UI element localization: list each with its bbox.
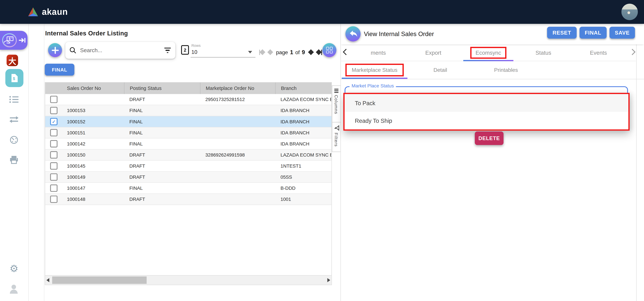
header-checkbox-cell	[45, 82, 62, 94]
dai-app-icon[interactable]: 大	[6, 55, 18, 66]
column-header-sales-order-no[interactable]: Sales Order No	[62, 82, 124, 94]
cash-payment-badge-icon[interactable]: $	[0, 31, 28, 50]
swap-arrows-icon[interactable]	[8, 114, 19, 125]
billing-doc-icon[interactable]: $	[5, 69, 24, 87]
row-checkbox[interactable]	[50, 107, 58, 114]
back-arrow-icon	[348, 28, 358, 39]
cell-posting_status: DRAFT	[124, 152, 200, 157]
tab-label: Events	[590, 50, 607, 56]
cell-sales_order_no: 1000151	[62, 130, 124, 135]
tabs-scroll-left-icon[interactable]	[343, 49, 349, 55]
grid-view-button[interactable]	[322, 43, 336, 57]
table-row[interactable]: 1000148DRAFT1001	[45, 194, 331, 205]
subtab-printables[interactable]: Printables	[473, 61, 539, 79]
cell-posting_status: FINAL	[124, 141, 200, 146]
cell-posting_status: DRAFT	[124, 175, 200, 180]
row-checkbox-cell	[45, 162, 62, 170]
tab-ecomsync[interactable]: Ecomsync	[461, 44, 516, 61]
cell-branch: IDA BRANCH	[275, 130, 332, 135]
scrollbar-thumb[interactable]	[52, 276, 146, 284]
save-button[interactable]: SAVE	[610, 27, 635, 38]
cell-branch: 1001	[275, 197, 332, 202]
row-checkbox-cell	[45, 140, 62, 148]
last-page-button[interactable]	[316, 50, 322, 55]
user-avatar[interactable]	[621, 4, 638, 20]
column-header-branch[interactable]: Branch	[275, 82, 332, 94]
rows-per-page-select[interactable]: Rows 10	[190, 44, 256, 58]
row-checkbox-cell	[45, 107, 62, 114]
tab-status[interactable]: Status	[516, 44, 571, 61]
option-to-pack[interactable]: To Pack	[344, 94, 628, 112]
panel-toolbar: View Internal Sales Order RESETFINALSAVE	[341, 24, 644, 44]
columns-icon	[334, 89, 338, 93]
funnel-icon	[334, 125, 339, 131]
cell-sales_order_no: 1000150	[62, 152, 124, 157]
sales-order-listing: Internal Sales Order Listing 2 Rows 10	[44, 24, 341, 301]
row-checkbox[interactable]	[50, 151, 58, 158]
page-title: Internal Sales Order Listing	[45, 30, 128, 36]
subtab-detail[interactable]: Detail	[408, 61, 473, 79]
final-button-listing[interactable]: FINAL	[45, 64, 74, 76]
table-row[interactable]: 1000145DRAFT1NTEST1	[45, 160, 331, 172]
row-checkbox[interactable]	[50, 118, 58, 125]
subtab-marketplace-status[interactable]: Marketplace Status	[342, 61, 408, 79]
table-row[interactable]: 1000150DRAFT328692624991598LAZADA ECOM S…	[45, 150, 331, 160]
table-body: DRAFT295017325281512LAZADA ECOM SYNC BRA…	[45, 94, 331, 205]
row-checkbox[interactable]	[50, 129, 58, 136]
table-row[interactable]: 1000142FINALIDA BRANCH	[45, 138, 331, 150]
row-checkbox[interactable]	[50, 196, 58, 203]
delete-button[interactable]: DELETE	[475, 131, 504, 145]
row-checkbox[interactable]	[50, 173, 58, 181]
next-page-button[interactable]	[309, 50, 313, 54]
row-checkbox[interactable]	[50, 140, 58, 148]
prev-page-button[interactable]	[268, 50, 272, 54]
grid-icon	[326, 47, 333, 53]
back-button[interactable]	[346, 26, 361, 42]
profile-icon[interactable]	[8, 284, 19, 294]
reset-button[interactable]: RESET	[547, 27, 576, 38]
panel-subtabs: Marketplace StatusDetailPrintables	[342, 61, 539, 79]
table-row[interactable]: 1000151FINALIDA BRANCH	[45, 127, 331, 138]
tab-label: Ecomsync	[470, 47, 506, 58]
row-checkbox[interactable]	[50, 96, 58, 103]
panel-scrollbar[interactable]	[636, 44, 636, 301]
brand-name: akaun	[42, 7, 68, 17]
tabs-scroll-right-icon[interactable]	[629, 49, 636, 55]
settings-gear-icon[interactable]: ⚙	[8, 263, 19, 274]
tab-label: ments	[371, 50, 386, 56]
subtab-label: Printables	[494, 67, 518, 73]
scroll-left-icon[interactable]	[46, 278, 49, 282]
option-ready-to-ship[interactable]: Ready To Ship	[344, 112, 628, 129]
pages-icon[interactable]: 2	[181, 45, 189, 54]
brand-logo[interactable]: akaun	[28, 7, 68, 17]
column-header-posting-status[interactable]: Posting Status	[124, 82, 200, 94]
row-checkbox[interactable]	[50, 162, 58, 170]
filter-icon[interactable]	[164, 48, 171, 53]
first-page-button[interactable]	[259, 50, 264, 55]
tab-ments[interactable]: ments	[351, 44, 406, 61]
add-sales-order-button[interactable]	[48, 43, 62, 57]
column-header-marketplace-order-no[interactable]: Marketplace Order No	[200, 82, 275, 94]
tab-export[interactable]: Export	[406, 44, 461, 61]
filters-side-tab[interactable]: Filters	[332, 122, 341, 152]
horizontal-scrollbar[interactable]	[45, 275, 331, 284]
row-checkbox-cell	[45, 151, 62, 158]
search-icon	[70, 47, 76, 54]
tab-events[interactable]: Events	[571, 44, 626, 61]
search-input[interactable]	[79, 47, 164, 54]
scroll-right-icon[interactable]	[327, 278, 330, 282]
marketplace-status-field-label: Market Place Status	[350, 84, 396, 88]
table-row[interactable]: 1000152FINALIDA BRANCH	[45, 116, 331, 127]
list-icon[interactable]	[8, 94, 19, 105]
timer-icon[interactable]	[8, 134, 19, 145]
row-checkbox[interactable]	[50, 184, 58, 192]
cell-posting_status: DRAFT	[124, 97, 200, 102]
printer-icon[interactable]	[8, 154, 19, 165]
table-row[interactable]: 1000147FINALB-DDD	[45, 183, 331, 194]
columns-side-tab[interactable]: Columns	[332, 86, 341, 122]
table-row[interactable]: 1000153FINALIDA BRANCH	[45, 105, 331, 116]
cell-branch: LAZADA ECOM SYNC BRANCH	[275, 97, 332, 102]
table-row[interactable]: DRAFT295017325281512LAZADA ECOM SYNC BRA…	[45, 94, 331, 105]
final-button[interactable]: FINAL	[580, 27, 606, 38]
table-row[interactable]: 1000149DRAFT05SS	[45, 172, 331, 183]
